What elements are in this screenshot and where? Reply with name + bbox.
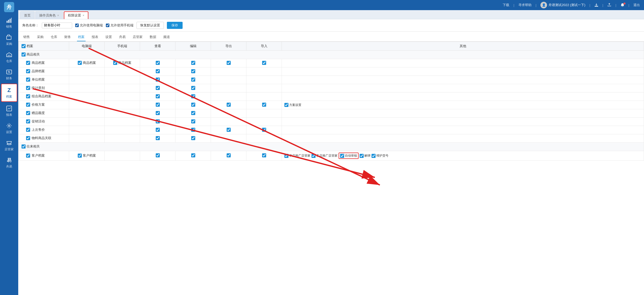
row-checkbox-promotion[interactable] xyxy=(26,119,30,123)
help-button[interactable]: 寻求帮助 xyxy=(518,3,532,7)
row-checkbox-unit_archives[interactable] xyxy=(26,78,30,82)
edit-cb-promotion[interactable] xyxy=(191,119,195,123)
tab-operator-role[interactable]: 操作员角色 × xyxy=(35,11,63,19)
edit-cb-brand_archives[interactable] xyxy=(191,69,195,73)
view-cb-combo_product[interactable] xyxy=(156,94,160,98)
export-cb-last_price[interactable] xyxy=(227,128,231,132)
nav-tab-reports[interactable]: 报表 xyxy=(91,33,99,41)
select-all-archives-checkbox[interactable] xyxy=(22,44,26,48)
view-cb-gift_quota[interactable] xyxy=(156,111,160,115)
header-archives: 档案 xyxy=(18,42,69,51)
view-cb-last_price[interactable] xyxy=(156,128,160,132)
view-cb-price_plan[interactable] xyxy=(156,103,160,107)
row-checkbox-combo_product[interactable] xyxy=(26,94,30,98)
tab-operator-role-close[interactable]: × xyxy=(57,14,59,17)
row-checkbox-brand_archives[interactable] xyxy=(26,69,30,73)
sidebar-item-reports[interactable]: 报表 xyxy=(0,102,18,120)
edit-cb-unit_archives[interactable] xyxy=(191,78,195,82)
app-logo: 舟 xyxy=(4,2,14,12)
sidebar-item-easy[interactable]: 易 舟易 xyxy=(0,154,18,171)
nav-tab-shopmanager[interactable]: 店管家 xyxy=(132,33,144,41)
shopkeeper-icon xyxy=(6,139,13,146)
sidebar-item-warehouse[interactable]: 仓库 xyxy=(0,49,18,66)
pc-checkbox-product_archives[interactable] xyxy=(78,61,82,65)
export-button[interactable] xyxy=(594,3,598,8)
other-maintain_goods-checkbox[interactable] xyxy=(372,154,376,158)
nav-tab-channel[interactable]: 频道 xyxy=(162,33,171,41)
allow-pc-checkbox-label[interactable]: 允许使用电脑端 xyxy=(75,23,103,28)
nav-tab-finance[interactable]: 财务 xyxy=(63,33,72,41)
row-label-material_product: 物料商品关联 xyxy=(32,136,51,140)
sidebar-item-finance[interactable]: ¥ 财务 xyxy=(0,66,18,83)
nav-tab-warehouse[interactable]: 仓库 xyxy=(50,33,58,41)
view-cb-unit_archives[interactable] xyxy=(156,78,160,82)
row-checkbox-customer_archives[interactable] xyxy=(26,154,30,158)
sidebar-label-warehouse: 仓库 xyxy=(6,59,12,63)
other-plan-settings-checkbox[interactable] xyxy=(284,103,288,107)
edit-cb-customer_archives[interactable] xyxy=(191,153,195,157)
edit-cb-stats_category[interactable] xyxy=(191,86,195,90)
export-cb-product_archives[interactable] xyxy=(227,61,231,65)
edit-cb-material_product[interactable] xyxy=(191,136,195,140)
row-checkbox-stats_category[interactable] xyxy=(26,86,30,90)
sidebar-label-purchase: 采购 xyxy=(6,42,12,46)
table-row: 单位档案 xyxy=(18,76,644,84)
import-cb-price_plan[interactable] xyxy=(262,103,266,107)
tab-permission-settings-close[interactable]: × xyxy=(83,14,84,17)
allow-pc-checkbox[interactable] xyxy=(75,24,79,27)
tab-home[interactable]: 首页 xyxy=(20,11,34,19)
import-cb-product_archives[interactable] xyxy=(262,61,266,65)
row-checkbox-last_price[interactable] xyxy=(26,128,30,132)
nav-tab-archives[interactable]: 档案 xyxy=(77,33,86,41)
tab-permission-settings[interactable]: 权限设置 × xyxy=(64,11,88,19)
edit-cb-gift_quota[interactable] xyxy=(191,111,195,115)
allow-mobile-checkbox[interactable] xyxy=(106,24,109,27)
other-multi_shop-checkbox[interactable] xyxy=(311,154,316,158)
edit-cb-combo_product[interactable] xyxy=(191,94,195,98)
export-cb-customer_archives[interactable] xyxy=(227,153,231,157)
group-checkbox-contacts_related[interactable] xyxy=(22,144,26,149)
allow-mobile-label: 允许使用手机端 xyxy=(110,23,133,28)
allow-mobile-checkbox-label[interactable]: 允许使用手机端 xyxy=(106,23,133,28)
edit-cb-product_archives[interactable] xyxy=(191,61,195,65)
nav-tab-easy[interactable]: 舟易 xyxy=(118,33,127,41)
import-cb-customer_archives[interactable] xyxy=(262,153,266,157)
import-cb-last_price[interactable] xyxy=(262,128,266,132)
group-checkbox-product_related[interactable] xyxy=(22,52,26,57)
edit-cb-last_price[interactable] xyxy=(191,128,195,132)
sidebar-item-settings[interactable]: 设置 xyxy=(0,120,18,137)
edit-cb-price_plan[interactable] xyxy=(191,103,195,107)
row-checkbox-product_archives[interactable] xyxy=(26,61,30,65)
nav-tab-settings[interactable]: 设置 xyxy=(104,33,113,41)
view-cb-stats_category[interactable] xyxy=(156,86,160,90)
sidebar-item-shopkeeper[interactable]: 店管家 xyxy=(0,137,18,154)
row-checkbox-price_plan[interactable] xyxy=(26,103,30,107)
pc-checkbox-customer_archives[interactable] xyxy=(78,154,82,158)
mobile-checkbox-product_archives[interactable] xyxy=(113,61,117,65)
share-button[interactable] xyxy=(607,3,611,8)
save-button[interactable]: 保存 xyxy=(167,22,183,29)
sidebar-item-sales[interactable]: 销售 xyxy=(0,14,18,31)
svg-rect-2 xyxy=(10,19,11,23)
view-cb-brand_archives[interactable] xyxy=(156,69,160,73)
other-auto_review-checkbox[interactable] xyxy=(340,154,344,158)
export-cb-price_plan[interactable] xyxy=(227,103,231,107)
other-single_shop-checkbox[interactable] xyxy=(284,154,288,158)
download-button[interactable]: 下载 xyxy=(503,3,509,7)
nav-tab-purchase[interactable]: 采购 xyxy=(36,33,45,41)
other-unbind-checkbox[interactable] xyxy=(360,154,364,158)
role-name-input[interactable] xyxy=(42,23,72,28)
row-checkbox-gift_quota[interactable] xyxy=(26,111,30,115)
nav-tab-data[interactable]: 数据 xyxy=(149,33,157,41)
restore-defaults-button[interactable]: 恢复默认设置 xyxy=(136,22,164,29)
view-cb-product_archives[interactable] xyxy=(156,61,160,65)
logout-button[interactable]: 退出 xyxy=(633,3,640,7)
sidebar-item-purchase[interactable]: 采购 xyxy=(0,31,18,49)
notification-button[interactable] xyxy=(620,3,625,7)
sidebar-item-archives[interactable]: Z 档案 xyxy=(1,84,17,102)
view-cb-customer_archives[interactable] xyxy=(156,153,160,157)
view-cb-promotion[interactable] xyxy=(156,119,160,123)
row-checkbox-material_product[interactable] xyxy=(26,136,30,140)
nav-tab-sales[interactable]: 销售 xyxy=(22,33,31,41)
view-cb-material_product[interactable] xyxy=(156,136,160,140)
